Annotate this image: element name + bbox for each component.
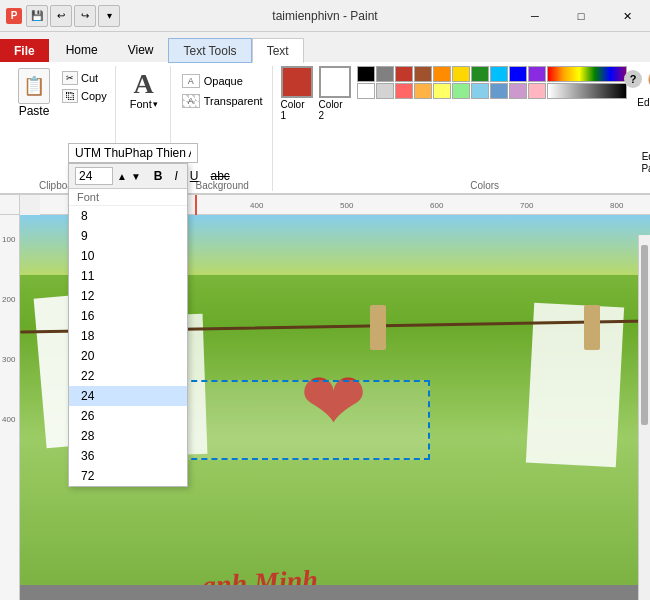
ruler-corner [0, 195, 20, 215]
font-size-item-8[interactable]: 8 [69, 206, 187, 226]
opaque-button[interactable]: A Opaque [179, 72, 266, 90]
app-icon: P [6, 8, 22, 24]
title-bar: P 💾 ↩ ↪ ▾ taimienphivn - Paint ─ □ ✕ [0, 0, 650, 32]
ruler-h-tick: 600 [430, 201, 443, 210]
font-size-item-22[interactable]: 22 [69, 366, 187, 386]
strikethrough-button[interactable]: abc [206, 167, 235, 185]
color-cell[interactable] [528, 83, 546, 99]
tab-text-tools[interactable]: Text Tools [168, 38, 251, 63]
cut-icon: ✂ [62, 71, 78, 85]
color-grid [357, 66, 627, 99]
font-size-input[interactable] [75, 167, 113, 185]
colors-label: Colors [470, 178, 499, 191]
font-size-list: 8 9 10 11 12 16 18 20 22 24 26 28 36 72 [69, 206, 187, 486]
font-label: Font [130, 98, 152, 110]
color-cell[interactable] [490, 66, 508, 82]
cut-button[interactable]: ✂ Cut [60, 70, 109, 86]
font-icon: A [134, 70, 154, 98]
color-cell[interactable] [357, 66, 375, 82]
color-cell[interactable] [509, 66, 527, 82]
color-cell[interactable] [490, 83, 508, 99]
color-cell[interactable] [376, 83, 394, 99]
font-size-item-26[interactable]: 26 [69, 406, 187, 426]
ribbon-tabs: File Home View Text Tools Text [0, 32, 650, 62]
maximize-button[interactable]: □ [558, 0, 604, 32]
colors-content: Color 1 Color 2 [281, 66, 650, 178]
close-button[interactable]: ✕ [604, 0, 650, 32]
paste-label: Paste [19, 104, 50, 118]
color2-button[interactable]: Color 2 [319, 66, 351, 121]
copy-button[interactable]: ⿻ Copy [60, 88, 109, 104]
font-size-down-arrow[interactable]: ▼ [131, 171, 141, 182]
color-cell[interactable] [395, 66, 413, 82]
font-size-item-36[interactable]: 36 [69, 446, 187, 466]
tab-view[interactable]: View [113, 37, 169, 62]
window-title: taimienphivn - Paint [272, 9, 377, 23]
save-button[interactable]: 💾 [26, 5, 48, 27]
font-size-item-72[interactable]: 72 [69, 466, 187, 486]
bold-button[interactable]: B [149, 167, 168, 185]
font-size-item-12[interactable]: 12 [69, 286, 187, 306]
paste-button[interactable]: 📋 Paste [12, 66, 56, 120]
color-cell[interactable] [452, 66, 470, 82]
clipboard-sub: ✂ Cut ⿻ Copy [60, 70, 109, 104]
color-cell[interactable] [414, 83, 432, 99]
color-cell[interactable] [376, 66, 394, 82]
font-name-bar [68, 143, 198, 163]
font-name-input[interactable] [68, 143, 198, 163]
tab-file[interactable]: File [0, 39, 49, 62]
ruler-h-tick: 400 [250, 201, 263, 210]
quick-access-toolbar: 💾 ↩ ↪ ▾ [26, 5, 120, 27]
color-cell[interactable] [452, 83, 470, 99]
font-dropdown-arrow: ▾ [153, 99, 158, 109]
font-size-item-9[interactable]: 9 [69, 226, 187, 246]
font-size-item-24[interactable]: 24 [69, 386, 187, 406]
font-size-item-18[interactable]: 18 [69, 326, 187, 346]
font-size-item-28[interactable]: 28 [69, 426, 187, 446]
color-cell[interactable] [547, 83, 627, 99]
background-buttons: A Opaque A Transparent [179, 72, 266, 110]
dropdown-button[interactable]: ▾ [98, 5, 120, 27]
window-controls: ─ □ ✕ [512, 0, 650, 32]
color1-swatch [281, 66, 313, 98]
font-size-item-11[interactable]: 11 [69, 266, 187, 286]
ruler-vertical: 100 200 300 400 [0, 215, 20, 600]
font-size-dropdown: ▲ ▼ B I U abc Font 8 9 10 11 12 16 18 20… [68, 163, 188, 487]
ruler-corner-area: 100 200 300 400 [0, 195, 20, 600]
color-row-1 [357, 66, 627, 82]
color-section: Color 1 Color 2 [281, 66, 650, 178]
title-bar-left: P 💾 ↩ ↪ ▾ [0, 5, 120, 27]
underline-button[interactable]: U [185, 167, 204, 185]
font-size-item-10[interactable]: 10 [69, 246, 187, 266]
font-button[interactable]: A Font ▾ [124, 66, 164, 114]
color-spectrum[interactable] [547, 66, 627, 82]
color-cell[interactable] [471, 83, 489, 99]
minimize-button[interactable]: ─ [512, 0, 558, 32]
font-size-up-arrow[interactable]: ▲ [117, 171, 127, 182]
color-cell[interactable] [414, 66, 432, 82]
italic-button[interactable]: I [169, 167, 182, 185]
font-dropdown-header: ▲ ▼ B I U abc [69, 164, 187, 189]
font-size-item-20[interactable]: 20 [69, 346, 187, 366]
redo-button[interactable]: ↪ [74, 5, 96, 27]
tab-home[interactable]: Home [51, 37, 113, 62]
color-cell[interactable] [528, 66, 546, 82]
transparent-button[interactable]: A Transparent [179, 92, 266, 110]
tab-text[interactable]: Text [252, 38, 304, 63]
help-button[interactable]: ? [624, 70, 642, 88]
edit-paint3d-button[interactable]: 🖌 Edit with Paint 3D [633, 120, 650, 178]
pin-3 [370, 305, 386, 350]
opaque-icon: A [182, 74, 200, 88]
scrollbar-vertical[interactable] [638, 235, 650, 600]
undo-button[interactable]: ↩ [50, 5, 72, 27]
color-cell[interactable] [471, 66, 489, 82]
color-cell[interactable] [433, 83, 451, 99]
color-cell[interactable] [357, 83, 375, 99]
color-cell[interactable] [395, 83, 413, 99]
color-cell[interactable] [509, 83, 527, 99]
color-cell[interactable] [433, 66, 451, 82]
color1-button[interactable]: Color 1 [281, 66, 313, 121]
font-size-item-16[interactable]: 16 [69, 306, 187, 326]
scrollbar-thumb-v[interactable] [641, 245, 648, 425]
color-row-2 [357, 83, 627, 99]
